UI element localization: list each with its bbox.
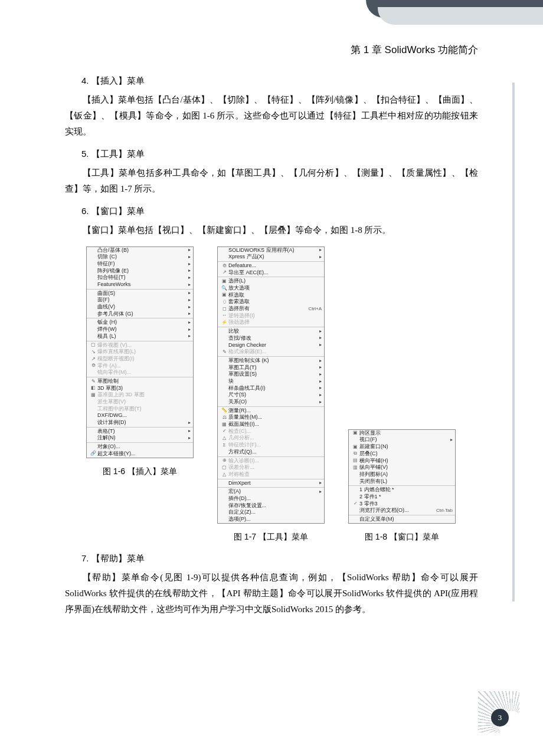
menu-item: 自定义(Z)...	[218, 509, 324, 516]
menu-item-icon: ▤	[351, 458, 359, 464]
submenu-arrow-icon: ▸	[188, 290, 191, 296]
menu-item-icon: ⚙	[220, 263, 228, 269]
menu-item-icon: 🔗	[89, 451, 97, 456]
menu-item: 草图绘制实体 (K)▸	[218, 357, 324, 364]
menu-item: 浏览打开的文档(O)...Ctrl-Tab	[349, 507, 455, 514]
menu-item: 方程式(Q)...	[218, 449, 324, 456]
menu-item: ↘爆炸直线草图(L)	[87, 349, 193, 356]
menu-item-icon: ✎	[89, 379, 97, 384]
menu-item: 派生草图(V)	[87, 399, 193, 406]
submenu-arrow-icon: ▸	[319, 392, 322, 398]
menu-item: ⊕输入诊断(I)...	[218, 458, 324, 465]
corner-light	[378, 7, 543, 25]
menu-item: 切除 (C)▸	[87, 254, 193, 261]
menu-separator	[87, 377, 193, 377]
menu-item: 块▸	[218, 378, 324, 385]
menu-item-label: 参考几何体 (G)	[97, 311, 185, 318]
menu-item: ↗模型断开视图(I)	[87, 356, 193, 363]
menu-item-label: 3 零件3	[359, 501, 453, 508]
paragraph-tools-menu: 【工具】菜单包括多种工具命令，如【草图工具】、【几何分析】、【测量】、【质量属性…	[65, 165, 478, 197]
menu-item: 插件(D)...	[218, 495, 324, 502]
figure-1-7: SOLIDWORKS 应用程序(A)▸Xpress 产品(X)▸⚙Defeatu…	[217, 246, 325, 544]
menu-item: FeatureWorks▸	[87, 281, 193, 288]
menu-separator	[349, 485, 455, 486]
menu-item: ⧉层叠(C)	[349, 451, 455, 458]
menu-item-label: 爆炸视图 (V)...	[97, 342, 191, 349]
menu-item: ▦基准面上的 3D 草图	[87, 392, 193, 399]
figure-1-6: 凸台/基体 (B)▸切除 (C)▸特征(F)▸阵列/镜像 (E)▸扣合特征(T)…	[86, 246, 194, 544]
menu-item-label: 凸台/基体 (B)	[97, 247, 185, 254]
menu-item: ⚡强劲选择	[218, 319, 324, 326]
submenu-arrow-icon: ▸	[188, 261, 191, 267]
menu-item-icon: ▥	[351, 465, 359, 471]
menu-item: SOLIDWORKS 应用程序(A)▸	[218, 247, 324, 254]
menu-item: 表格(T)▸	[87, 428, 193, 435]
menu-item-label: 视口(F)	[359, 436, 447, 443]
side-stripe	[512, 83, 515, 601]
submenu-arrow-icon: ▸	[319, 342, 322, 348]
submenu-arrow-icon: ▸	[319, 254, 322, 260]
submenu-arrow-icon: ▸	[319, 379, 322, 384]
menu-item-label: 面(F)	[97, 297, 185, 304]
menu-separator	[218, 277, 324, 277]
menu-item: 特征(F)▸	[87, 261, 193, 268]
menu-item: ↔逆转选择(I)	[218, 313, 324, 320]
menu-item-icon: ↘	[89, 349, 97, 355]
menu-separator	[349, 515, 455, 515]
menu-item-label: 浏览打开的文档(O)...	[359, 507, 433, 514]
menu-item-label: 纵向平铺(V)	[359, 464, 453, 471]
menu-item-icon: ✓	[220, 428, 228, 434]
menu-item-label: 爆炸直线草图(L)	[97, 349, 191, 356]
submenu-arrow-icon: ▸	[319, 399, 322, 405]
submenu-arrow-icon: ▸	[188, 435, 191, 441]
menu-item-label: 注解(N)	[97, 435, 185, 442]
menu-item-label: 钣金 (H)	[97, 319, 185, 326]
menu-item: ⚙零件 (A)...	[87, 363, 193, 370]
menu-item-label: 误差分析...	[228, 464, 322, 471]
submenu-arrow-icon: ▸	[188, 282, 191, 288]
menu-item-label: 切除 (C)	[97, 254, 185, 261]
menu-item-label: 设计算例(D)	[97, 419, 185, 426]
menu-item: ▦截面属性(I)...	[218, 421, 324, 428]
submenu-arrow-icon: ▸	[319, 385, 322, 391]
menu-item: 关闭所有(L)	[349, 478, 455, 485]
chapter-header: 第 1 章 SolidWorks 功能简介	[65, 41, 478, 60]
menu-item-label: 草图绘制	[97, 378, 191, 385]
figure-1-8: ▣跨区显示视口(F)▸▣新建窗口(N)⧉层叠(C)▤横向平铺(H)▥纵向平铺(V…	[348, 429, 456, 544]
menu-item: ▢爆炸视图 (V)...	[87, 342, 193, 349]
menu-item-label: Defeature...	[228, 262, 322, 269]
menu-item-label: 表格(T)	[97, 428, 185, 435]
corner-decoration	[366, 0, 543, 35]
menu-item-label: 模具 (L)	[97, 333, 185, 340]
menu-item: ✓3 零件3	[349, 501, 455, 508]
menu-item: 尺寸(S)▸	[218, 392, 324, 399]
menu-item-icon: ✎	[220, 349, 228, 355]
menu-item: ⚖质量属性(M)...	[218, 414, 324, 421]
menu-item-label: 草图工具(T)	[228, 364, 316, 372]
menu-item-icon: ↗	[89, 356, 97, 362]
menu-item-icon: ⚡	[220, 320, 228, 326]
page-number: 3	[491, 709, 509, 727]
menu-item: 自定义菜单(M)	[349, 516, 455, 523]
menu-item-label: 套索选取	[228, 298, 322, 305]
menu-item-label: 放大选项	[228, 285, 322, 292]
menu-item-label: SOLIDWORKS 应用程序(A)	[228, 247, 316, 254]
menu-item-icon: ▣	[351, 430, 359, 436]
menu-item-icon: △	[220, 435, 228, 441]
menu-item: 查找/修改▸	[218, 335, 324, 342]
menu-item-label: 跨区显示	[359, 430, 453, 437]
menu-item: 钣金 (H)▸	[87, 319, 193, 326]
menu-item-label: 自定义(Z)...	[228, 509, 322, 516]
figures-row: 凸台/基体 (B)▸切除 (C)▸特征(F)▸阵列/镜像 (E)▸扣合特征(T)…	[86, 246, 478, 544]
submenu-arrow-icon: ▸	[319, 480, 322, 486]
menu-item-label: 测量(R)...	[228, 407, 322, 415]
menu-item-icon: ⧉	[351, 451, 359, 456]
menu-item-icon: △	[220, 472, 228, 478]
menu-item-icon: ◧	[89, 385, 97, 391]
menu-item-label: 选择所有	[228, 305, 305, 313]
menu-item: ▣跨区显示	[349, 430, 455, 437]
menu-item-label: 尺寸(S)	[228, 392, 316, 399]
menu-item-label: DXF/DWG...	[97, 412, 191, 419]
menu-item-label: 横向平铺(H)	[359, 458, 453, 465]
menu-item: 2 零件1 *	[349, 494, 455, 501]
